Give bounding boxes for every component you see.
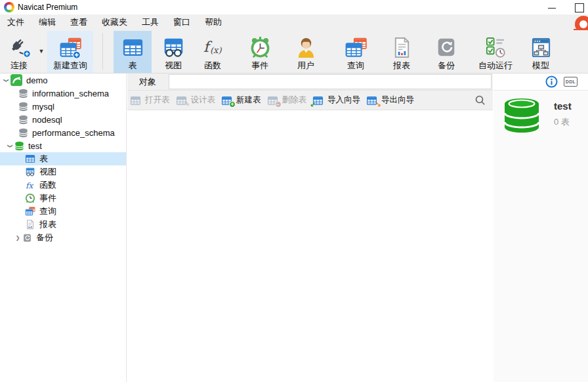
window-title: Navicat Premium bbox=[18, 3, 77, 12]
tree-item-connection-demo[interactable]: ❯ demo bbox=[0, 74, 126, 87]
object-toolbar: 打开表 ✎ 设计表 + 新建表 − 删除表 ↙ 导入向导 ↘ 导出向导 bbox=[127, 91, 493, 110]
toolbar-button-query[interactable]: 查询 bbox=[338, 31, 373, 73]
query-icon bbox=[345, 35, 368, 60]
mysql-connection-icon bbox=[10, 74, 22, 86]
navicat-window: Navicat Premium 文件 编辑 查看 收藏夹 工具 窗口 帮助 连接… bbox=[0, 0, 588, 382]
alarm-clock-icon bbox=[249, 35, 272, 60]
toolbar-button-tables[interactable]: 表 bbox=[114, 31, 152, 73]
chevron-down-icon[interactable]: ❯ bbox=[3, 75, 9, 85]
toolbar-separator bbox=[102, 33, 103, 70]
database-green-icon bbox=[14, 141, 24, 151]
table-icon bbox=[122, 35, 144, 60]
object-table-count: 0 表 bbox=[554, 116, 572, 128]
tree-item-tables[interactable]: 表 bbox=[0, 152, 126, 165]
tree-item-events[interactable]: 事件 bbox=[0, 192, 126, 205]
tab-objects[interactable]: 对象 bbox=[139, 74, 156, 90]
title-bar: Navicat Premium bbox=[0, 0, 588, 14]
navicat-logo-icon bbox=[4, 2, 14, 12]
toolbar-button-connection[interactable]: 连接 bbox=[1, 31, 37, 73]
new-table-icon: + bbox=[221, 95, 234, 106]
function-icon bbox=[201, 35, 224, 60]
import-wizard-icon: ↙ bbox=[312, 95, 325, 106]
function-icon: fx bbox=[25, 180, 35, 190]
clock-icon bbox=[25, 193, 35, 203]
toolbar-button-views[interactable]: 视图 bbox=[156, 31, 191, 73]
object-list-area bbox=[127, 110, 493, 382]
menu-window[interactable]: 窗口 bbox=[166, 14, 198, 30]
toolbar-button-backup[interactable]: 备份 bbox=[429, 31, 464, 73]
database-gray-icon bbox=[18, 102, 28, 112]
svg-text:fx: fx bbox=[26, 181, 33, 190]
plug-icon bbox=[7, 35, 31, 60]
toolbar-button-functions[interactable]: 函数 bbox=[195, 31, 230, 73]
open-table-icon bbox=[130, 95, 142, 106]
object-info-panel: DDL test 0 表 bbox=[494, 74, 588, 382]
tree-item-backups[interactable]: ❯ 备份 bbox=[0, 231, 126, 244]
object-tab-bar: 对象 bbox=[127, 74, 493, 91]
new-query-icon bbox=[59, 35, 82, 60]
maximize-button[interactable] bbox=[568, 0, 588, 14]
menu-file[interactable]: 文件 bbox=[0, 14, 32, 30]
connection-dropdown-caret[interactable]: ▼ bbox=[37, 30, 46, 72]
chevron-right-icon[interactable]: ❯ bbox=[13, 235, 22, 241]
tab-strip-empty bbox=[169, 74, 492, 89]
toolbar-button-events[interactable]: 事件 bbox=[242, 31, 278, 73]
tree-item-views[interactable]: 视图 bbox=[0, 165, 126, 179]
model-icon bbox=[530, 35, 553, 60]
toolbar-button-automation[interactable]: 自动运行 bbox=[473, 31, 518, 73]
menu-tools[interactable]: 工具 bbox=[135, 14, 166, 30]
object-name: test bbox=[554, 100, 572, 112]
toolbar-button-model[interactable]: 模型 bbox=[523, 31, 558, 73]
import-wizard-button[interactable]: ↙ 导入向导 bbox=[312, 95, 360, 106]
search-icon[interactable] bbox=[474, 95, 486, 106]
main-toolbar: 连接 ▼ 新建查询 表 视图 函数 事件 用户 查询 bbox=[0, 30, 588, 74]
tree-item-schema[interactable]: mysql bbox=[0, 100, 126, 113]
backup-icon bbox=[22, 233, 32, 243]
view-icon bbox=[162, 35, 185, 60]
toolbar-button-reports[interactable]: 报表 bbox=[384, 31, 419, 73]
object-summary: test 0 表 bbox=[554, 97, 572, 128]
tree-item-functions[interactable]: fx 函数 bbox=[0, 179, 126, 192]
menu-edit[interactable]: 编辑 bbox=[32, 14, 63, 30]
design-table-icon: ✎ bbox=[176, 95, 188, 106]
automation-icon bbox=[484, 35, 507, 60]
design-table-button[interactable]: ✎ 设计表 bbox=[176, 95, 216, 106]
query-icon bbox=[25, 206, 35, 217]
ddl-icon[interactable]: DDL bbox=[564, 77, 578, 87]
menu-view[interactable]: 查看 bbox=[63, 14, 94, 30]
toolbar-button-new-query[interactable]: 新建查询 bbox=[47, 31, 93, 73]
tree-item-reports[interactable]: 报表 bbox=[0, 218, 126, 231]
info-panel-body: test 0 表 bbox=[494, 91, 588, 134]
menu-help[interactable]: 帮助 bbox=[198, 14, 229, 30]
menu-favorites[interactable]: 收藏夹 bbox=[94, 14, 135, 30]
tree-item-schema-test[interactable]: ❯ test bbox=[0, 139, 126, 152]
menu-bar: 文件 编辑 查看 收藏夹 工具 窗口 帮助 bbox=[0, 14, 588, 30]
table-icon bbox=[25, 154, 35, 164]
export-wizard-button[interactable]: ↘ 导出向导 bbox=[366, 95, 414, 106]
database-green-icon bbox=[502, 97, 541, 134]
report-icon bbox=[390, 35, 413, 60]
tree-item-schema[interactable]: information_schema bbox=[0, 87, 126, 100]
report-icon bbox=[25, 219, 35, 230]
tree-item-queries[interactable]: 查询 bbox=[0, 205, 126, 218]
new-table-button[interactable]: + 新建表 bbox=[221, 95, 261, 106]
info-panel-header: DDL bbox=[494, 74, 588, 91]
database-gray-icon bbox=[18, 115, 28, 125]
database-gray-icon bbox=[18, 128, 28, 138]
export-wizard-icon: ↘ bbox=[366, 95, 379, 106]
toolbar-button-users[interactable]: 用户 bbox=[288, 31, 324, 73]
open-table-button[interactable]: 打开表 bbox=[130, 95, 170, 106]
user-icon bbox=[295, 35, 318, 60]
tree-item-schema[interactable]: nodesql bbox=[0, 113, 126, 126]
delete-table-button[interactable]: − 删除表 bbox=[267, 95, 307, 106]
backup-icon bbox=[435, 35, 457, 60]
database-gray-icon bbox=[18, 89, 28, 98]
minimize-button[interactable] bbox=[542, 0, 562, 14]
tree-item-schema[interactable]: performance_schema bbox=[0, 126, 126, 139]
info-icon[interactable] bbox=[545, 75, 558, 88]
view-icon bbox=[25, 167, 35, 177]
chevron-down-icon[interactable]: ❯ bbox=[7, 141, 13, 150]
delete-table-icon: − bbox=[267, 95, 280, 106]
connection-tree: ❯ demo information_schema mysql nodesql … bbox=[0, 74, 127, 382]
